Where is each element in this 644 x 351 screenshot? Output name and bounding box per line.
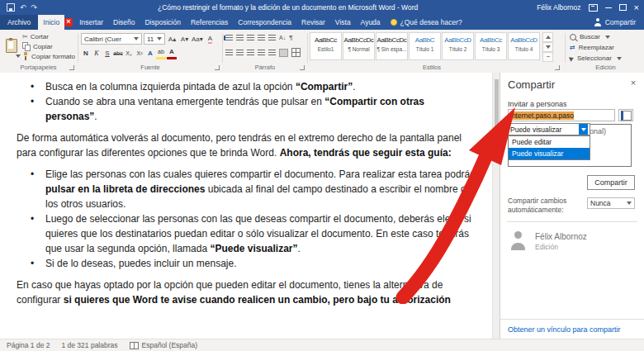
style-sin-espaciado[interactable]: AaBbCcDc ¶ Sin espa... <box>376 32 408 60</box>
font-name-combo[interactable]: Calibri (Cuer <box>81 33 142 45</box>
redo-icon[interactable] <box>31 3 38 12</box>
minimize-button[interactable] <box>605 7 612 8</box>
person-name: Félix Albornoz <box>535 232 587 241</box>
paragraph-dialog-launcher[interactable] <box>300 65 305 70</box>
styles-scroll-up-button[interactable] <box>542 32 553 42</box>
bullets-button[interactable] <box>225 35 233 41</box>
clear-formatting-button[interactable] <box>205 33 215 45</box>
font-size-combo[interactable]: 11 <box>144 33 165 45</box>
strikethrough-button[interactable]: abc <box>113 48 123 59</box>
tab-referencias[interactable]: Referencias <box>186 15 233 30</box>
style-normal[interactable]: AaBbCcDc ¶ Normal <box>343 32 375 60</box>
select-button[interactable]: Seleccionar <box>570 53 622 64</box>
style-estilo1[interactable]: AaBbCc Estilo1 <box>310 32 342 60</box>
cut-button[interactable]: Cortar <box>22 31 75 41</box>
styles-gallery: AaBbCc Estilo1 AaBbCcDc ¶ Normal AaBbCcD… <box>310 32 540 60</box>
font-color-button[interactable]: A <box>167 46 177 59</box>
highlight-color-button[interactable]: ab <box>156 46 166 59</box>
numbering-button[interactable] <box>236 35 244 41</box>
close-button[interactable] <box>634 3 639 12</box>
decrease-indent-button[interactable] <box>258 35 265 41</box>
word-count[interactable]: 1 de 321 palabras <box>61 341 117 349</box>
sort-button[interactable] <box>279 34 286 41</box>
ribbon-display-options-icon[interactable] <box>589 4 598 12</box>
clipboard-dialog-launcher[interactable] <box>69 65 74 70</box>
multilevel-list-button[interactable] <box>247 35 254 41</box>
align-left-button[interactable] <box>225 50 233 56</box>
grow-font-button[interactable] <box>167 33 178 45</box>
italic-button[interactable]: K <box>92 48 102 59</box>
show-paragraph-marks-button[interactable] <box>289 34 292 41</box>
ribbon-share-button[interactable]: Compartir <box>585 15 644 30</box>
styles-dialog-launcher[interactable] <box>555 65 560 70</box>
tab-correspondencia[interactable]: Correspondencia <box>233 15 296 30</box>
address-book-button[interactable] <box>618 109 633 121</box>
status-bar: Página 1 de 2 1 de 321 palabras Español … <box>0 339 644 351</box>
tab-archivo[interactable]: Archivo <box>0 15 38 30</box>
doc-bullet-3: Elige las personas con las cuales quiere… <box>17 167 477 211</box>
option-puede-visualizar[interactable]: Puede visualizar <box>509 148 590 159</box>
paragraph-row-2 <box>225 48 301 57</box>
tab-diseno[interactable]: Diseño <box>108 15 140 30</box>
dropdown-arrow-button[interactable] <box>579 124 588 135</box>
close-icon[interactable] <box>628 78 638 88</box>
language-indicator[interactable]: Español (España) <box>130 341 198 349</box>
option-puede-editar[interactable]: Puede editar <box>509 136 590 148</box>
underline-button[interactable]: S <box>102 48 112 59</box>
save-icon[interactable] <box>7 3 15 12</box>
document-canvas[interactable]: Busca en la columna izquierda pintada de… <box>0 73 492 339</box>
auto-share-dropdown[interactable]: Nunca <box>587 197 635 209</box>
subscript-button[interactable]: X₂ <box>124 48 134 59</box>
page-indicator[interactable]: Página 1 de 2 <box>7 341 50 349</box>
styles-more-button[interactable] <box>542 52 553 62</box>
style-titulo-1[interactable]: AaBbC Título 1 <box>409 32 441 60</box>
scrollbar-thumb[interactable] <box>495 79 499 139</box>
get-sharing-link[interactable]: Obtener un vínculo para compartir <box>508 325 621 334</box>
styles-group-label: Estilos <box>308 64 556 71</box>
paste-dropdown-arrow <box>16 55 21 58</box>
invite-label: Invitar a personas <box>508 100 567 108</box>
paste-button[interactable] <box>2 32 21 64</box>
shading-button[interactable] <box>279 49 288 57</box>
chevron-down-icon <box>157 37 162 40</box>
bold-button[interactable]: N <box>81 48 91 59</box>
font-row-2: N K S abc X₂ X² A ab A <box>81 47 177 59</box>
invite-input[interactable]: internet.paso.a.paso <box>508 109 615 121</box>
increase-indent-button[interactable] <box>268 35 276 41</box>
format-painter-button[interactable]: Copiar formato <box>22 51 75 61</box>
borders-button[interactable] <box>291 48 301 57</box>
user-name: Félix Albornoz <box>537 3 580 12</box>
person-icon <box>594 18 602 26</box>
text-effects-button[interactable]: A <box>145 48 155 59</box>
align-center-button[interactable] <box>236 50 244 56</box>
align-right-button[interactable] <box>247 50 254 56</box>
undo-icon[interactable] <box>20 3 26 12</box>
shrink-font-button[interactable] <box>179 33 190 45</box>
tab-vista[interactable]: Vista <box>330 15 356 30</box>
copy-button[interactable]: Copiar <box>22 41 75 51</box>
tab-disposicion[interactable]: Disposición <box>140 15 185 30</box>
find-button[interactable]: Buscar <box>570 31 622 42</box>
style-titulo-3[interactable]: AaBbCc Título 3 <box>475 32 507 60</box>
divider <box>500 319 644 320</box>
auto-share-label: Compartir cambios automáticamente: <box>508 197 587 215</box>
permission-selected-value: Puede visualizar <box>510 126 561 134</box>
line-spacing-button[interactable] <box>268 50 276 56</box>
tab-inicio[interactable]: Inicio <box>38 15 64 30</box>
tell-me-box[interactable]: ¿Qué desea hacer? <box>386 15 467 30</box>
change-case-button[interactable] <box>192 33 203 45</box>
font-dialog-launcher[interactable] <box>215 65 220 70</box>
tab-insertar[interactable]: Insertar <box>74 15 108 30</box>
superscript-button[interactable]: X² <box>135 48 144 59</box>
maximize-button[interactable] <box>619 4 627 11</box>
tab-revisar[interactable]: Revisar <box>296 15 330 30</box>
style-titulo-2[interactable]: AaBbCcD Título 2 <box>442 32 474 60</box>
permission-dropdown[interactable]: Puede visualizar <box>508 123 590 135</box>
format-painter-icon <box>22 52 29 60</box>
styles-scroll-down-button[interactable] <box>542 42 553 52</box>
replace-button[interactable]: Reemplazar <box>570 42 622 53</box>
justify-button[interactable] <box>258 50 265 56</box>
style-titulo-4[interactable]: AaBbCcD Título 4 <box>508 32 540 60</box>
tab-ayuda[interactable]: Ayuda <box>356 15 386 30</box>
share-submit-button[interactable]: Compartir <box>587 175 635 190</box>
